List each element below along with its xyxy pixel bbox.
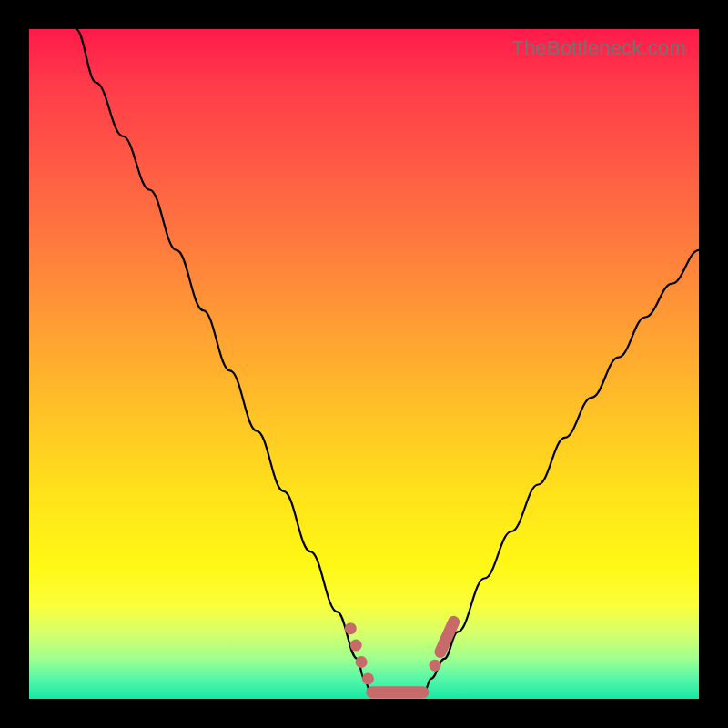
curve-left	[76, 29, 371, 693]
marker-dot	[356, 656, 368, 668]
curve-right	[424, 250, 699, 693]
watermark-label: TheBottleneck.com	[511, 36, 686, 60]
chart-svg	[29, 29, 699, 699]
marker-dot	[345, 622, 357, 634]
marker-dot	[350, 640, 362, 652]
markers	[345, 622, 454, 692]
marker-pill	[440, 622, 454, 652]
marker-dot	[362, 672, 374, 684]
plot-area: TheBottleneck.com	[29, 29, 699, 699]
marker-dot	[430, 660, 441, 672]
chart-frame: TheBottleneck.com	[0, 0, 728, 728]
